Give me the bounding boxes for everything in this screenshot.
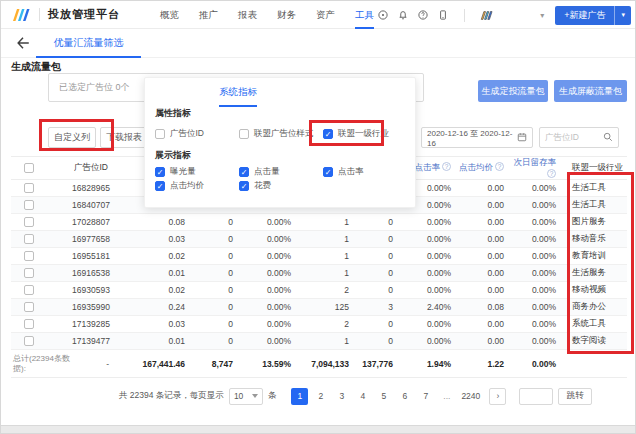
table-row: 170288070.0800.00%100.00%0.000.00%图片服务 — [11, 214, 627, 231]
jump-button[interactable]: 跳转 — [558, 388, 592, 405]
bell-icon[interactable] — [396, 9, 409, 22]
date-range-picker[interactable]: 2020-12-16 至 2020-12-16 — [421, 127, 533, 148]
nav-item[interactable]: 财务 — [267, 1, 306, 29]
tab-traffic-filter[interactable]: 优量汇流量筛选 — [36, 29, 141, 58]
industry-cell: 教育培训 — [564, 248, 627, 265]
metric-cell: 0.00% — [241, 316, 299, 333]
row-checkbox[interactable] — [24, 251, 34, 261]
main-nav: 概览推广报表财务资产工具 — [150, 1, 384, 29]
metric-cell: 0 — [357, 265, 401, 282]
info-icon[interactable]: ? — [547, 169, 556, 178]
next-page-button[interactable]: › — [489, 388, 506, 405]
app-window: 投放管理平台 概览推广报表财务资产工具 ▾ +新建广告 ▾ 优量汇流量筛选 生成… — [0, 0, 636, 434]
row-checkbox[interactable] — [24, 302, 34, 312]
checked-checkbox[interactable]: ✓ — [239, 181, 249, 191]
select-all-checkbox[interactable] — [24, 163, 34, 173]
nav-item[interactable]: 推广 — [189, 1, 228, 29]
metric-cell: 0.02 — [135, 282, 193, 299]
pagination-bar: 共 22394 条记录，每页显示 10 条 1234567...2240 › 跳… — [119, 387, 592, 405]
metric-cell: 0.00 — [459, 180, 512, 197]
metric-cell: 0 — [193, 316, 241, 333]
nav-item[interactable]: 报表 — [228, 1, 267, 29]
checked-checkbox[interactable]: ✓ — [239, 167, 249, 177]
row-checkbox[interactable] — [24, 285, 34, 295]
page-size-select[interactable]: 10 — [229, 388, 263, 405]
back-button[interactable] — [15, 35, 33, 53]
column-header: 广告位ID — [47, 157, 135, 180]
checkbox-option[interactable]: 广告位ID — [155, 127, 239, 141]
metric-cell: 0.00 — [459, 333, 512, 350]
header-divider — [39, 8, 40, 21]
page-button[interactable]: 5 — [375, 388, 392, 405]
checked-checkbox[interactable]: ✓ — [323, 129, 333, 139]
help-icon[interactable] — [416, 9, 429, 22]
page-button[interactable]: 2240 — [459, 388, 482, 405]
metric-cell: 0.00 — [459, 214, 512, 231]
record-summary-suffix: 条 — [268, 390, 277, 402]
metric-cell: 0.08 — [135, 214, 193, 231]
mobile-icon[interactable] — [436, 9, 449, 22]
page-button[interactable]: 2 — [312, 388, 329, 405]
row-checkbox[interactable] — [24, 336, 34, 346]
total-metric-cell: 167,441.46 — [135, 350, 193, 378]
page-button[interactable]: 1 — [291, 388, 308, 405]
unchecked-checkbox[interactable] — [239, 129, 249, 139]
info-icon[interactable]: ? — [442, 162, 451, 171]
row-checkbox[interactable] — [24, 183, 34, 193]
nav-item[interactable]: 概览 — [150, 1, 189, 29]
checkbox-option[interactable]: ✓点击均价 — [155, 179, 239, 193]
search-icon[interactable] — [603, 132, 613, 144]
unchecked-checkbox[interactable] — [155, 129, 165, 139]
tab-bar: 优量汇流量筛选 — [1, 29, 636, 58]
page-button[interactable]: 4 — [354, 388, 371, 405]
metric-cell: 0 — [357, 248, 401, 265]
page-button[interactable]: 7 — [417, 388, 434, 405]
adunit-id-cell: 16955181 — [47, 248, 135, 265]
metric-cell: 0 — [193, 214, 241, 231]
row-checkbox[interactable] — [24, 217, 34, 227]
checkbox-option[interactable]: ✓花费 — [239, 179, 323, 193]
column-header-label: 联盟一级行业 — [572, 162, 623, 172]
new-ad-dropdown-caret[interactable]: ▾ — [615, 6, 631, 25]
adunit-search-input[interactable]: 广告位ID — [539, 127, 619, 148]
checked-checkbox[interactable]: ✓ — [155, 181, 165, 191]
metric-cell: 0.01 — [135, 333, 193, 350]
nav-item[interactable]: 资产 — [306, 1, 345, 29]
page-button[interactable]: 6 — [396, 388, 413, 405]
page-button[interactable]: 3 — [333, 388, 350, 405]
download-report-button[interactable]: 下载报表 — [100, 127, 148, 148]
account-dropdown-caret[interactable]: ▾ — [540, 11, 544, 20]
industry-cell: 移动音乐 — [564, 231, 627, 248]
generate-target-package-button[interactable]: 生成定投流量包 — [478, 80, 548, 102]
checkbox-label: 联盟广告位样式 — [254, 128, 314, 140]
checkbox-option[interactable]: ✓联盟一级行业 — [323, 127, 407, 141]
checkbox-label: 点击量 — [254, 166, 280, 178]
target-icon[interactable] — [376, 9, 389, 22]
new-ad-button[interactable]: +新建广告 ▾ — [555, 6, 631, 25]
checked-checkbox[interactable]: ✓ — [323, 167, 333, 177]
total-industry-cell — [564, 350, 627, 378]
row-checkbox[interactable] — [24, 200, 34, 210]
generate-block-package-button[interactable]: 生成屏蔽流量包 — [554, 80, 627, 102]
row-checkbox[interactable] — [24, 319, 34, 329]
metric-cell: 0.00% — [512, 231, 564, 248]
checked-checkbox[interactable]: ✓ — [155, 167, 165, 177]
customize-columns-button[interactable]: 自定义列 — [48, 127, 96, 148]
jump-page-input[interactable] — [519, 388, 553, 405]
checkbox-option[interactable]: ✓曝光量 — [155, 165, 239, 179]
tab-system-metrics[interactable]: 系统指标 — [219, 86, 257, 107]
row-checkbox[interactable] — [24, 234, 34, 244]
info-icon[interactable]: ? — [495, 162, 504, 171]
checkbox-label: 曝光量 — [170, 166, 196, 178]
total-metric-cell: 0.00% — [512, 350, 564, 378]
checkbox-option[interactable]: ✓点击率 — [323, 165, 407, 179]
metric-cell: 0 — [193, 248, 241, 265]
row-checkbox[interactable] — [24, 268, 34, 278]
adunit-id-cell: 16935990 — [47, 299, 135, 316]
metric-cell: 0.03 — [135, 231, 193, 248]
metric-cell: 0.00% — [401, 333, 459, 350]
metric-cell: 0.00% — [401, 282, 459, 299]
brand-logo-icon — [11, 8, 31, 22]
checkbox-option[interactable]: ✓点击量 — [239, 165, 323, 179]
checkbox-option[interactable]: 联盟广告位样式 — [239, 127, 323, 141]
